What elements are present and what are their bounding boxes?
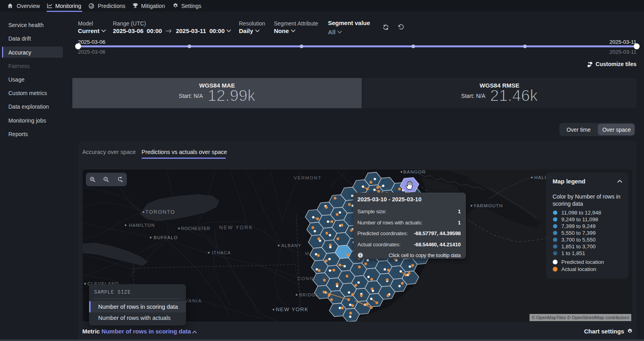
- svg-text:BUFFALO: BUFFALO: [154, 235, 178, 240]
- svg-text:TORONTO: TORONTO: [145, 209, 175, 215]
- svg-text:YARMOUTH: YARMOUTH: [473, 203, 503, 208]
- svg-text:NEW YORK: NEW YORK: [219, 225, 253, 230]
- svg-text:VERMONT: VERMONT: [294, 175, 322, 180]
- svg-text:ALBANY: ALBANY: [281, 243, 302, 248]
- svg-text:NEW YORK: NEW YORK: [276, 306, 309, 312]
- svg-text:BANGOR: BANGOR: [403, 170, 426, 174]
- svg-text:HAMILTON: HAMILTON: [129, 223, 155, 228]
- svg-text:ROCHESTER: ROCHESTER: [181, 226, 210, 231]
- svg-text:ITHACA: ITHACA: [212, 250, 231, 255]
